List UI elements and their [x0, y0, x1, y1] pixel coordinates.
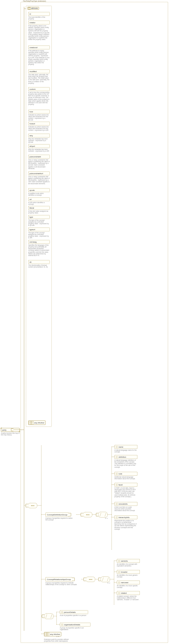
- occurrence: 0..∞: [56, 636, 59, 637]
- attribute-box: typeuri: [28, 228, 50, 231]
- root-element-box: party: [1, 428, 20, 432]
- extension-frame-title: FlexPartyPropType (extension): [22, 0, 47, 2]
- attributes-header[interactable]: attributes: [27, 7, 39, 10]
- element-hierarchyInfo: hierarchyInfoRepresents the position of …: [114, 516, 138, 530]
- element-label: definition: [118, 456, 126, 458]
- element-desc: A link to an item or a web resource whic…: [114, 506, 138, 511]
- element-person-details: personDetails A set of properties specif…: [60, 610, 88, 616]
- element-label: note: [118, 473, 122, 475]
- attribute-label: pubconstrainturi: [30, 172, 43, 174]
- connector: [114, 593, 117, 593]
- attribute-box: dir: [28, 260, 50, 264]
- attribute-box: whyuri: [28, 144, 50, 148]
- element-icon: [118, 582, 120, 584]
- element-box: sameAs: [117, 559, 140, 563]
- expand-toggle-icon[interactable]: [68, 513, 71, 516]
- attribute-box: modified: [28, 70, 50, 73]
- stack-icon: [46, 632, 49, 636]
- element-box: remoteInfo: [114, 502, 138, 506]
- attribute-box: pubconstraint: [28, 155, 50, 158]
- attribute-desc: Why the metadata has been included - exp…: [28, 148, 50, 152]
- connector: [56, 624, 60, 624]
- element-icon: [116, 446, 118, 448]
- element-label: hierarchyInfo: [118, 516, 130, 518]
- any-other-el-desc: Extension point for provider-defined pro…: [44, 638, 70, 642]
- attribute-desc: The type of the concept assigned as cont…: [28, 232, 50, 239]
- attribute-typeuri: typeuriThe type of the concept assigned …: [28, 228, 50, 239]
- connector: [24, 505, 26, 506]
- element-label: remoteInfo: [118, 503, 128, 505]
- element-desc: A natural language definition of the sem…: [114, 459, 138, 468]
- any-other-el-label: any ##other: [50, 633, 61, 636]
- attribute-label: id: [30, 13, 31, 15]
- schema-diagram: party A party involved this hop of the H…: [0, 0, 169, 644]
- choice-compositor-details: [44, 613, 53, 618]
- connector: [56, 612, 57, 624]
- element-desc: A group of properties specific to an org…: [60, 627, 90, 630]
- element-desc: An identifier of a more generic concept.: [117, 574, 140, 578]
- attribute-label: modified: [30, 70, 36, 72]
- connector: [110, 579, 114, 579]
- any-other-attr-label: any ##other: [34, 422, 45, 424]
- group-def-label: ConceptDefinitionGroup: [47, 514, 67, 516]
- group-rel-label: ConceptRelationshipsGroup: [47, 578, 71, 580]
- attribute-desc: A free-text value assigned as property v…: [28, 210, 50, 214]
- element-box: definition: [114, 455, 138, 459]
- attribute-box: how: [28, 110, 50, 114]
- attribute-label: creator: [30, 22, 36, 24]
- expand-toggle-root[interactable]: [11, 428, 14, 431]
- group-ref-concept-definition: ConceptDefinitionGroup A group of proper…: [46, 512, 76, 521]
- element-desc: Represents the position of a concept in …: [114, 520, 138, 530]
- attribute-creatoruri: creatoruriIf the attribute is empty, spe…: [28, 46, 50, 65]
- attribute-desc: A URI which identifies a concept.: [28, 202, 50, 205]
- expand-toggle-icon[interactable]: [72, 578, 75, 581]
- element-facet: facetIn NAR 1.8 and later, facet is depr…: [114, 483, 138, 498]
- attribute-type: typeThe type of the concept assigned as …: [28, 215, 50, 226]
- attribute-desc: Why the metadata has been included - exp…: [28, 138, 50, 143]
- element-narrower: narrowerAn identifier of a more specific…: [117, 580, 140, 588]
- element-label: personDetails: [64, 611, 76, 613]
- element-broader: broaderAn identifier of a more generic c…: [117, 570, 140, 578]
- element-remoteInfo: remoteInfoA link to an item or a web res…: [114, 502, 138, 511]
- attribute-desc: One or many constraints that apply to pu…: [28, 176, 50, 184]
- element-box: note: [114, 472, 138, 476]
- attribute-label: custom: [30, 88, 36, 90]
- element-note: noteAdditional natural language informat…: [114, 472, 138, 480]
- element-icon: [118, 571, 120, 573]
- attribute-xml-lang: xml:langSpecifies the language of this p…: [28, 240, 50, 256]
- attribute-label: creatoruri: [30, 46, 38, 48]
- element-sameAs: sameAsAn identifier of a concept with eq…: [117, 559, 140, 567]
- attribute-box: xml:lang: [28, 240, 50, 244]
- attribute-box: custom: [28, 87, 50, 91]
- attribute-custom: customIf set to true the corresponding p…: [28, 87, 50, 105]
- attribute-label: dir: [30, 261, 32, 263]
- attribute-modified: modifiedThe date (and, optionally, the t…: [28, 70, 50, 84]
- attribute-desc: Indicates by which means the value was e…: [28, 126, 50, 131]
- attribute-label: xml:lang: [30, 241, 36, 243]
- attribute-label: pubconstraint: [30, 156, 41, 158]
- attribute-literal: literalA free-text value assigned as pro…: [28, 206, 50, 214]
- group-rel-desc: A group of properties required to indica…: [46, 582, 80, 585]
- attribute-label: uri: [30, 198, 32, 200]
- attribute-desc: The local identifier of the property.: [28, 16, 50, 20]
- element-icon: [116, 484, 118, 486]
- attribute-id: idThe local identifier of the property.: [28, 12, 50, 20]
- element-organisation-details: organisationDetails A group of propertie…: [60, 623, 90, 630]
- attribute-how: howIndicates by which means the value wa…: [28, 110, 50, 121]
- root-element-desc: A party involved this hop of the Hop His…: [1, 432, 20, 436]
- connector: [107, 514, 112, 515]
- attribute-desc: The date (and, optionally, the time) whe…: [28, 74, 50, 84]
- connector: [112, 484, 114, 485]
- element-icon: [116, 516, 118, 518]
- attribute-label: why: [30, 134, 33, 137]
- connector: [24, 7, 24, 631]
- connector: [41, 514, 46, 515]
- attribute-box: qcode: [28, 188, 50, 192]
- attribute-pubconstrainturi: pubconstrainturiOne or many constraints …: [28, 172, 50, 184]
- connector: [112, 504, 114, 504]
- element-icon: [61, 612, 63, 613]
- connector: [24, 8, 26, 9]
- attribute-label: typeuri: [30, 228, 35, 231]
- element-icon: [116, 503, 118, 505]
- attribute-box: id: [28, 12, 50, 16]
